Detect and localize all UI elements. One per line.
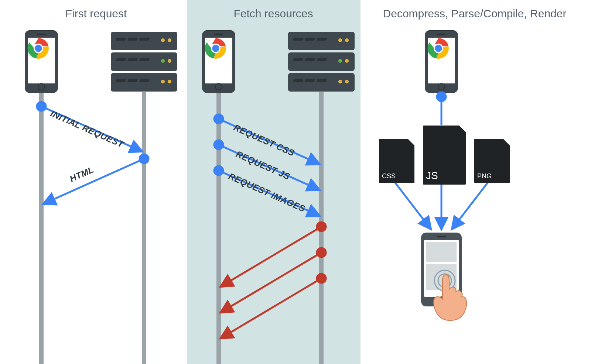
touch-hand-icon xyxy=(431,269,476,325)
arrow-response-1 xyxy=(221,227,321,286)
file-js: JS xyxy=(423,126,466,185)
file-label: PNG xyxy=(477,172,492,180)
arrow-html-response xyxy=(44,159,144,204)
file-label: JS xyxy=(426,170,438,182)
file-png: PNG xyxy=(474,139,510,183)
file-css: CSS xyxy=(379,139,414,183)
arrow-png-to-phone xyxy=(452,181,489,229)
file-label: CSS xyxy=(382,172,396,180)
arrow-response-2 xyxy=(221,253,321,312)
arrow-response-3 xyxy=(221,278,321,338)
arrow-css-to-phone xyxy=(394,181,431,229)
